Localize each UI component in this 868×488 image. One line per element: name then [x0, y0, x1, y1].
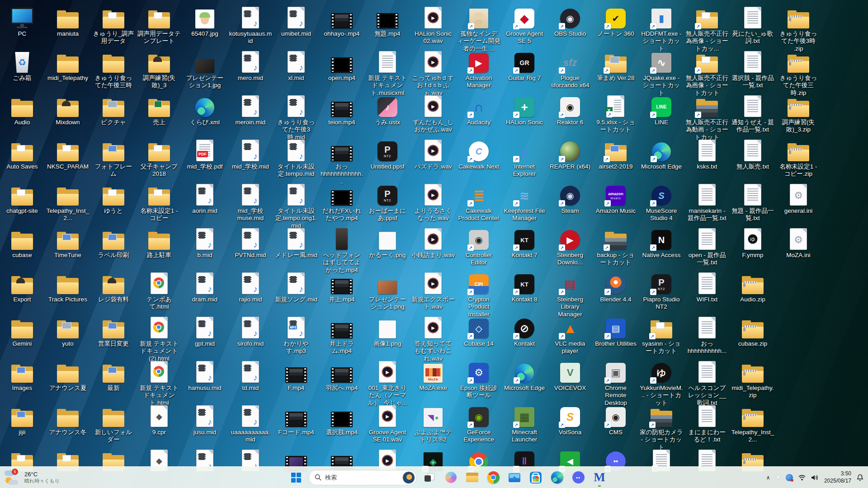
desktop-item[interactable]: X↗9.5.xlsx - ショートカット	[594, 94, 637, 134]
desktop-item[interactable]: ksks.txt	[685, 139, 729, 170]
desktop-item[interactable]: ♪hamusu.mid	[183, 360, 226, 392]
desktop-item[interactable]: MoZAMoZA.exe	[411, 360, 455, 392]
desktop-item[interactable]: ヘルスコンプレッション__歌詞.txt	[685, 360, 729, 407]
desktop-item[interactable]: 羽尻へ.mp4	[320, 360, 363, 392]
desktop-item[interactable]: PDFmid_学校.pdf	[183, 139, 226, 170]
wifi-icon[interactable]	[798, 474, 806, 481]
desktop-item[interactable]: まにまにわーるど！.txt	[685, 404, 729, 444]
desktop-item[interactable]: ↗Microsoft Edge	[640, 139, 683, 170]
desktop-item[interactable]: ゆF.ymmp	[731, 227, 774, 259]
task-view-button[interactable]	[421, 469, 438, 486]
desktop-item[interactable]: ↗無人販売不正行為画像 - ショートカット	[685, 50, 729, 97]
desktop-item[interactable]: 営業日変更	[92, 316, 135, 347]
desktop-item[interactable]: ▶小銭詰まり.wav	[411, 227, 455, 259]
desktop-item[interactable]: ↗backup - ショートカット	[594, 227, 637, 267]
desktop-item[interactable]: ⚙↗Epson 接続診断ツール	[457, 360, 500, 399]
tray-clock[interactable]: 3:50 2025/08/17	[824, 470, 851, 484]
desktop-item[interactable]: 名称未設定1 - コピー.zip	[777, 139, 820, 178]
desktop-item[interactable]: e↗Internet Explorer	[503, 139, 546, 178]
edge-taskbar-button[interactable]	[548, 469, 566, 486]
desktop-item[interactable]: jijii	[0, 404, 44, 436]
desktop-item[interactable]: かるーく.png	[366, 227, 409, 259]
desktop-item[interactable]: ▶ずんだもん_しおかぜふ.wav	[411, 94, 455, 134]
desktop-item[interactable]: Auto Saves	[0, 139, 44, 170]
desktop-item[interactable]: プレゼンテーション1.png	[366, 272, 409, 311]
desktop-item[interactable]: yuto	[46, 316, 90, 347]
desktop-item[interactable]: ♪メドレー風.mid	[274, 227, 318, 259]
desktop-item[interactable]: ♪うみ.ustx	[366, 94, 409, 126]
desktop-item[interactable]: ◆↗Groove Agent SE 5	[503, 6, 546, 45]
desktop-item[interactable]: ∿↗JQuake.exe - ショートカット	[640, 50, 683, 97]
desktop-item[interactable]: manisekarin - 親作品一覧.txt	[685, 183, 729, 222]
desktop-item[interactable]: ⊘↗Kontakt	[503, 316, 546, 347]
tray-x-app-icon[interactable]: ×	[775, 473, 780, 482]
desktop-item[interactable]: だれだFXいれたやつ.mp4	[320, 183, 363, 222]
desktop-item[interactable]: Audio.zip	[731, 272, 774, 303]
desktop-item[interactable]: ▶Groove Agent SE 01.wav	[366, 404, 409, 444]
desktop-item[interactable]: ♪jusu.mid	[183, 404, 226, 436]
volume-icon[interactable]	[811, 474, 819, 481]
desktop-item[interactable]: ◆9.cpr	[137, 404, 181, 436]
discord-taskbar-button[interactable]: ••	[570, 469, 587, 486]
desktop-item[interactable]: ↗airset2-2019	[594, 139, 637, 170]
desktop-item[interactable]: ◉↗Reaktor 6	[548, 94, 592, 126]
desktop-item[interactable]: ♪aorin.mid	[183, 183, 226, 215]
desktop-item[interactable]: ♪きゅうり食ってた午後3時.mid	[274, 94, 318, 141]
desktop-item[interactable]: ♪sirofo.mid	[229, 316, 272, 347]
desktop-item[interactable]: Mixdown	[46, 94, 90, 126]
desktop-item[interactable]: ◉↗CMS	[594, 404, 637, 436]
desktop-item[interactable]: GR↗Guitar Rig 7	[503, 50, 546, 82]
desktop-item[interactable]: chatgpt-site	[0, 183, 44, 215]
desktop-item[interactable]: きゅうり_調声用データ	[92, 6, 135, 45]
desktop-item[interactable]: 新規 テキストドキュメント (2).html	[137, 316, 181, 362]
desktop-item[interactable]: ▮↗HDDFMT.exe - ショートカット	[640, 6, 683, 52]
desktop-item[interactable]: きゅうり食ってた午後三時.zip	[777, 50, 820, 97]
desktop-item[interactable]: Gemini	[0, 316, 44, 347]
desktop-item[interactable]: ♪mero.mid	[229, 50, 272, 82]
desktop-item[interactable]: midi_Telepathy.zip	[731, 360, 774, 399]
desktop-item[interactable]: 死にたい_ゅ歌詞.txt	[731, 6, 774, 45]
desktop-item[interactable]: ↗REAPER (x64)	[548, 139, 592, 170]
desktop-item[interactable]: ♪umibet.mid	[274, 6, 318, 38]
desktop-item[interactable]: ♪kotusytuaaus.mid	[229, 6, 272, 45]
desktop-item[interactable]: S↗MuseScore Studio 4	[640, 183, 683, 222]
desktop-item[interactable]: ≋↗Keepforest File Manager	[503, 183, 546, 222]
desktop-item[interactable]: Telepathy_Inst_2...	[731, 404, 774, 444]
desktop-item[interactable]: midi_Telepathy	[46, 50, 90, 82]
desktop-item[interactable]: アナウンス冬	[46, 404, 90, 436]
desktop-item[interactable]: 調声練習(失敗)_3	[137, 50, 181, 89]
desktop-item[interactable]: KT↗Kontakt 7	[503, 227, 546, 259]
desktop-item[interactable]: maniuta	[46, 6, 90, 38]
desktop-item[interactable]: おっhhhhhhhhhhhh...	[320, 139, 363, 185]
desktop-item[interactable]: ♪mid_学校muse.mid	[229, 183, 272, 222]
desktop-item[interactable]: ◉↗Controller Editor	[457, 227, 500, 267]
desktop-item[interactable]: cubase	[0, 227, 44, 259]
desktop-item[interactable]: ♪xl.mid	[274, 50, 318, 82]
desktop-item[interactable]: N↗Native Access	[640, 227, 683, 259]
desktop-item[interactable]: ▤↗Brother Utilities	[594, 316, 637, 347]
desktop-item[interactable]: 選択肢 - 親作品一覧.txt	[731, 50, 774, 89]
desktop-item[interactable]: アナウンス夏	[46, 360, 90, 392]
desktop-item[interactable]: ◥●ぷよぷよ™テトリス®2	[411, 404, 455, 444]
desktop-item[interactable]: フォトフレーム	[92, 139, 135, 178]
desktop-item[interactable]: PC	[0, 6, 44, 38]
desktop-item[interactable]: ヘッドフォンはずしててよかった.mp4	[320, 227, 363, 274]
desktop-item[interactable]: ▶HALion Sonic 02.wav	[411, 6, 455, 45]
desktop-item[interactable]: ◉↗OBS Studio	[548, 6, 592, 38]
desktop-item[interactable]: ▶よりうるさくなった.wav	[411, 183, 455, 222]
desktop-item[interactable]: PNT2おーばーまにあ.ppsf	[366, 183, 409, 222]
desktop-item[interactable]: ラベル印刷	[92, 227, 135, 259]
desktop-item[interactable]: ゆ↗YukkuriMovieM... - ショートカット	[640, 360, 683, 407]
desktop-item[interactable]: ♪mid_学校.mid	[229, 139, 272, 170]
desktop-item[interactable]: 無人販売.txt	[731, 139, 774, 170]
desktop-item[interactable]: ⚙general.ini	[777, 183, 820, 215]
desktop-item[interactable]: +↗HALion Sonic	[503, 94, 546, 126]
desktop-item[interactable]: CPI↗Crypton Product Installer	[457, 272, 500, 318]
desktop-item[interactable]: ↗筆まめ Ver.28	[594, 50, 637, 82]
desktop-item[interactable]: 通知うぜえ - 親作品一覧.txt	[731, 94, 774, 134]
desktop-item[interactable]: ↗無人販売不正行為動画 - ショートカット	[685, 94, 729, 141]
desktop-item[interactable]: sfz↗Plogue sforzando x64	[548, 50, 592, 89]
desktop-item[interactable]: ▲↗VLC media player	[548, 316, 592, 355]
desktop-item[interactable]: ↗Blender 4.4	[594, 272, 637, 303]
desktop-item[interactable]: cubase.zip	[731, 316, 774, 347]
